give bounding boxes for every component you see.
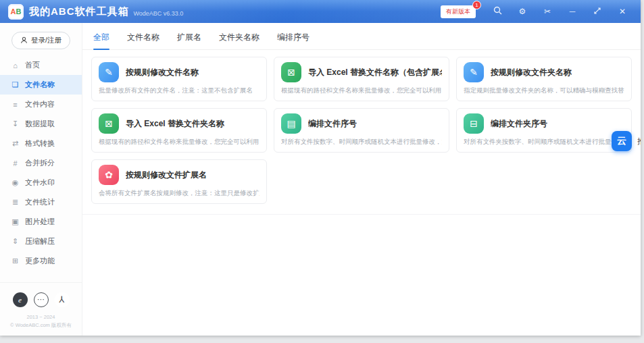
titlebar[interactable]: AB 我的ABC软件工具箱 WodeABC v6.33.0 有新版本 1 ⚙ ✂	[0, 0, 641, 23]
desktop-background: AB 我的ABC软件工具箱 WodeABC v6.33.0 有新版本 1 ⚙ ✂	[0, 0, 644, 343]
card-description: 批量修改所有文件的文件名，注意：这里不包含扩展名	[99, 86, 259, 95]
category-tabs: 全部 文件名称 扩展名 文件夹名称 编排序号	[82, 23, 641, 50]
image-process-icon: ▣	[11, 217, 20, 226]
sidebar-item-file-name[interactable]: ❏ 文件名称	[0, 75, 82, 95]
login-register-button[interactable]: 登录/注册	[11, 32, 70, 49]
logo-letter-b: B	[16, 7, 22, 16]
sidebar-item-file-stats[interactable]: ≣ 文件统计	[0, 192, 82, 212]
sidebar-item-label: 文件名称	[25, 80, 55, 90]
sidebar-item-home[interactable]: ⌂ 首页	[0, 55, 82, 75]
card-title: 按规则修改文件扩展名	[126, 169, 207, 181]
sidebar-item-label: 图片处理	[25, 217, 55, 227]
sidebar-item-merge-split[interactable]: # 合并拆分	[0, 153, 82, 173]
sidebar-item-label: 更多功能	[25, 256, 55, 266]
feature-card-grid: ✎ 按规则修改文件名称 批量修改所有文件的文件名，注意：这里不包含扩展名 ⊠ 导…	[82, 50, 641, 215]
copyright: 2013 ~ 2024 © WodeABC.com 版权所有	[3, 313, 79, 331]
card-excel-rename-file[interactable]: ⊠ 导入 Excel 替换文件名称（包含扩展名） 根据现有的路径和文件名称来批量…	[274, 57, 449, 101]
sidebar-item-file-content[interactable]: ≡ 文件内容	[0, 95, 82, 114]
app-logo-icon: AB	[8, 4, 24, 20]
more-features-icon: ⊞	[11, 257, 20, 265]
card-header: ⊠ 导入 Excel 替换文件名称（包含扩展名）	[281, 62, 442, 82]
browser-icon[interactable]: e	[13, 292, 28, 307]
cloud-widget-label: 推荐	[637, 136, 641, 147]
update-badge-label: 有新版本	[446, 8, 470, 15]
card-title: 编排文件序号	[308, 118, 357, 130]
search-button[interactable]	[487, 3, 507, 20]
sidebar-item-label: 合并拆分	[25, 158, 55, 168]
update-badge[interactable]: 有新版本 1	[441, 5, 476, 18]
logo-letter-a: A	[11, 7, 16, 16]
tab-file-name[interactable]: 文件名称	[127, 32, 159, 49]
sidebar-item-label: 压缩解压	[25, 236, 55, 246]
card-description: 对所有文件夹按数字、时间顺序或随机文本进行批量修改，如果您的规则	[464, 138, 624, 147]
close-button[interactable]: ✕	[612, 3, 633, 20]
close-icon: ✕	[619, 7, 626, 16]
card-title: 导入 Excel 替换文件名称（包含扩展名）	[308, 67, 442, 78]
sidebar-item-data-extract[interactable]: ↧ 数据提取	[0, 114, 82, 134]
card-description: 对所有文件按数字、时间顺序或随机文本进行批量修改，如果您的规则不	[281, 138, 442, 147]
card-description: 根据现有的路径和文件名称来批量修改，您完全可以利用 Excel 强大的功能	[281, 86, 442, 95]
scissors-icon: ✂	[544, 7, 551, 16]
card-header: ⊠ 导入 Excel 替换文件夹名称	[99, 113, 259, 134]
folder-edit-icon: ✎	[464, 62, 484, 82]
sidebar-item-more[interactable]: ⊞ 更多功能	[0, 251, 82, 271]
screenshot-tool-button[interactable]: ✂	[537, 3, 558, 20]
floating-cloud-widget: 云 推荐	[612, 131, 641, 151]
app-window: AB 我的ABC软件工具箱 WodeABC v6.33.0 有新版本 1 ⚙ ✂	[0, 0, 641, 336]
file-name-icon: ❏	[11, 80, 20, 89]
card-title: 按规则修改文件夹名称	[491, 67, 572, 78]
card-file-serial-number[interactable]: ▤ 编排文件序号 对所有文件按数字、时间顺序或随机文本进行批量修改，如果您的规则…	[274, 108, 449, 153]
card-folder-serial-number[interactable]: ⊟ 编排文件夹序号 对所有文件夹按数字、时间顺序或随机文本进行批量修改，如果您的…	[456, 108, 632, 153]
card-rename-file-by-rule[interactable]: ✎ 按规则修改文件名称 批量修改所有文件的文件名，注意：这里不包含扩展名	[91, 57, 267, 101]
app-title: 我的ABC软件工具箱	[29, 5, 129, 18]
share-icon[interactable]: ⅄	[55, 292, 70, 307]
notification-count-badge: 1	[472, 1, 481, 9]
watermark-icon: ◉	[11, 178, 20, 187]
file-stats-icon: ≣	[11, 198, 20, 207]
card-header: ✿ 按规则修改文件扩展名	[99, 165, 259, 185]
file-edit-icon: ✎	[99, 62, 119, 82]
clipboard-serial-icon: ▤	[281, 113, 301, 134]
login-register-label: 登录/注册	[31, 36, 61, 45]
file-content-icon: ≡	[11, 101, 20, 109]
compress-icon: ⇕	[11, 237, 20, 246]
sidebar-item-label: 文件水印	[25, 178, 55, 188]
settings-button[interactable]: ⚙	[512, 3, 532, 20]
tab-folder-name[interactable]: 文件夹名称	[219, 32, 259, 49]
titlebar-actions: 有新版本 1 ⚙ ✂ ─ ✕	[441, 3, 633, 20]
sidebar-item-format-convert[interactable]: ⇄ 格式转换	[0, 134, 82, 153]
card-description: 会将所有文件扩展名按规则修改，注意：这里只是修改扩展名，【不是】文	[99, 189, 259, 198]
tab-serial-number[interactable]: 编排序号	[277, 32, 309, 49]
card-header: ⊟ 编排文件夹序号	[464, 113, 624, 134]
sidebar-item-compress[interactable]: ⇕ 压缩解压	[0, 232, 82, 251]
copyright-years: 2013 ~ 2024	[3, 313, 79, 322]
sidebar-item-label: 数据提取	[25, 119, 55, 129]
sidebar-item-watermark[interactable]: ◉ 文件水印	[0, 173, 82, 192]
card-title: 按规则修改文件名称	[126, 67, 199, 78]
card-excel-rename-folder[interactable]: ⊠ 导入 Excel 替换文件夹名称 根据现有的路径和文件名称来批量修改，您完全…	[91, 108, 267, 153]
sidebar-footer: e ⋯ ⅄ 2013 ~ 2024 © WodeABC.com 版权所有	[0, 282, 82, 336]
card-header: ▤ 编排文件序号	[281, 113, 442, 134]
sidebar-item-image-process[interactable]: ▣ 图片处理	[0, 212, 82, 232]
card-description: 根据现有的路径和文件名称来批量修改，您完全可以利用 Excel 强大的功能	[99, 138, 259, 147]
minimize-icon: ─	[570, 7, 576, 16]
home-icon: ⌂	[11, 61, 20, 70]
card-rename-extension[interactable]: ✿ 按规则修改文件扩展名 会将所有文件扩展名按规则修改，注意：这里只是修改扩展名…	[91, 159, 267, 204]
cloud-button[interactable]: 云	[612, 131, 632, 151]
sidebar-item-label: 文件内容	[25, 99, 55, 109]
tab-all[interactable]: 全部	[93, 32, 109, 49]
social-links: e ⋯ ⅄	[3, 287, 79, 313]
chat-icon[interactable]: ⋯	[34, 292, 49, 307]
excel-import-icon: ⊠	[281, 62, 301, 82]
app-body: 登录/注册 ⌂ 首页 ❏ 文件名称 ≡ 文件内容	[0, 23, 641, 336]
tab-extension[interactable]: 扩展名	[177, 32, 201, 49]
data-extract-icon: ↧	[11, 120, 20, 128]
maximize-button[interactable]	[587, 3, 608, 20]
card-title: 导入 Excel 替换文件夹名称	[126, 118, 224, 130]
minimize-button[interactable]: ─	[562, 3, 583, 20]
card-rename-folder-by-rule[interactable]: ✎ 按规则修改文件夹名称 指定规则批量修改文件夹的名称，可以精确与模糊查找替换	[456, 57, 632, 101]
folder-serial-icon: ⊟	[464, 113, 484, 134]
puzzle-icon: ✿	[99, 165, 119, 185]
card-header: ✎ 按规则修改文件名称	[99, 62, 259, 82]
card-title: 编排文件夹序号	[491, 118, 547, 130]
